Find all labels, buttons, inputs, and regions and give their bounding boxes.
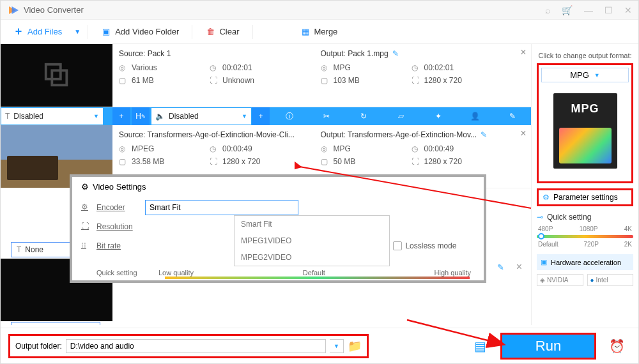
subtitle-settings-button[interactable]: H✎ xyxy=(132,107,150,125)
format-icon: ◎ xyxy=(321,63,330,72)
output-folder-dropdown[interactable]: ▼ xyxy=(330,339,344,353)
encoder-input[interactable] xyxy=(145,200,298,215)
cut-tool[interactable]: ✂ xyxy=(308,107,345,125)
format-icon: ◎ xyxy=(321,144,330,153)
encoder-option[interactable]: Smart Fit xyxy=(235,216,389,232)
subtitle-icon: T xyxy=(17,245,21,254)
quick-setting-slider[interactable] xyxy=(537,235,633,238)
remove-item-button[interactable]: × xyxy=(516,44,531,107)
plus-icon: + xyxy=(13,27,24,37)
add-subtitle-button[interactable]: + xyxy=(112,107,130,125)
sidebar: Click to change output format: MPG ▼ MPG… xyxy=(531,44,638,325)
add-files-dropdown[interactable]: ▼ xyxy=(71,25,81,38)
watermark-tool[interactable]: 👤 xyxy=(457,107,494,125)
dialog-title: ⚙ Video Settings xyxy=(81,182,475,192)
bitrate-label: Bit rate xyxy=(96,241,121,250)
subtitle-select[interactable]: T Disabled ▼ xyxy=(1,107,104,125)
nvidia-icon: ◈ xyxy=(540,277,545,284)
out-duration: 00:02:01 xyxy=(424,63,454,72)
add-files-button[interactable]: + Add Files xyxy=(7,24,68,40)
intel-chip[interactable]: ●Intel xyxy=(587,274,634,286)
minimize-icon[interactable]: — xyxy=(584,5,593,15)
edit-tool[interactable]: ✎ xyxy=(494,107,531,125)
add-files-label: Add Files xyxy=(27,27,62,36)
out-format: MPG xyxy=(334,63,351,72)
dimensions-icon: ⛶ xyxy=(210,157,219,166)
folder-icon: ▢ xyxy=(321,157,330,166)
clock-icon: ◷ xyxy=(210,63,219,72)
quality-slider[interactable] xyxy=(165,277,470,279)
schedule-icon[interactable]: ⏰ xyxy=(603,335,631,358)
chevron-down-icon: ▼ xyxy=(242,113,247,119)
format-preview[interactable]: MPG xyxy=(541,82,629,179)
encoder-option[interactable]: MPEG1VIDEO xyxy=(235,232,389,249)
hardware-acceleration-button[interactable]: ▣ Hardware acceleration xyxy=(537,254,633,270)
dimensions-icon: ⛶ xyxy=(412,76,420,85)
src-format: MPEG xyxy=(132,144,154,153)
edit-output-icon[interactable]: ✎ xyxy=(481,130,487,139)
maximize-icon[interactable]: ☐ xyxy=(604,5,613,15)
src-duration: 00:02:01 xyxy=(222,63,252,72)
audio-value: Disabled xyxy=(169,112,199,121)
output-folder-input[interactable]: D:\video and audio xyxy=(66,339,326,353)
out-size: 50 MB xyxy=(334,157,356,166)
remove-item-button[interactable]: × xyxy=(516,261,522,273)
stack-icon xyxy=(42,61,72,90)
audio-select[interactable]: 🔈 Disabled ▼ xyxy=(151,107,252,125)
out-format: MPG xyxy=(334,144,351,153)
out-resolution: 1280 x 720 xyxy=(424,157,462,166)
encoder-option[interactable]: MPEG2VIDEO xyxy=(235,249,389,266)
cart-icon[interactable]: 🛒 xyxy=(562,5,573,15)
out-size: 103 MB xyxy=(334,76,360,85)
thumbnail[interactable] xyxy=(1,44,112,107)
file-item: Source: Pack 1 ◎Various ◷00:02:01 ▢61 MB… xyxy=(1,44,531,107)
clear-label: Clear xyxy=(219,27,239,36)
chevron-down-icon: ▼ xyxy=(594,72,600,79)
quick-setting-label: Quick setting xyxy=(547,213,591,222)
subtitle-none-badge[interactable]: T None xyxy=(11,322,100,325)
edit-output-icon[interactable]: ✎ xyxy=(497,262,504,272)
gear-film-icon: ⚙ xyxy=(81,182,89,192)
format-icon: ◎ xyxy=(119,63,128,72)
playlist-icon[interactable]: ▤ xyxy=(466,335,494,358)
lossless-checkbox[interactable]: Lossless mode xyxy=(393,241,456,250)
quick-setting-panel: ⊸Quick setting 480P1080P4K Default720P2K xyxy=(537,213,633,248)
run-button[interactable]: Run xyxy=(500,333,596,360)
parameter-settings-button[interactable]: ⚙ Parameter settings xyxy=(537,188,633,206)
output-folder-box: Output folder: D:\video and audio ▼ 📁 xyxy=(8,334,369,358)
close-window-icon[interactable]: ✕ xyxy=(624,5,632,15)
effects-tool[interactable]: ✦ xyxy=(420,107,457,125)
video-settings-dialog: ⚙ Video Settings ⚙Encoder ⛶Resolution ✎C… xyxy=(70,174,486,283)
browse-folder-icon[interactable]: 📁 xyxy=(348,339,362,353)
add-video-folder-button[interactable]: ▣ Add Video Folder xyxy=(95,24,185,40)
sliders-icon: ⚙ xyxy=(543,193,550,202)
format-label: MPG xyxy=(570,70,589,80)
out-duration: 00:00:49 xyxy=(424,144,454,153)
info-tool[interactable]: ⓘ xyxy=(271,107,308,125)
output-folder-label: Output folder: xyxy=(15,342,62,351)
src-size: 33.58 MB xyxy=(132,157,164,166)
film-format-label: MPG xyxy=(571,102,599,116)
crop-tool[interactable]: ▱ xyxy=(382,107,419,125)
add-audio-button[interactable]: + xyxy=(252,107,270,125)
remove-item-button[interactable]: × xyxy=(516,125,531,188)
folder-icon: ▢ xyxy=(119,157,128,166)
output-format-box: MPG ▼ MPG xyxy=(537,63,633,183)
clear-button[interactable]: 🗑 Clear xyxy=(199,24,245,40)
rotate-tool[interactable]: ↻ xyxy=(345,107,382,125)
format-select[interactable]: MPG ▼ xyxy=(541,68,629,82)
nvidia-chip[interactable]: ◈NVIDIA xyxy=(537,274,583,286)
folder-icon: ▢ xyxy=(321,76,330,85)
subtitle-icon: T xyxy=(5,112,10,121)
merge-icon: ▦ xyxy=(300,27,311,37)
merge-button[interactable]: ▦ Merge xyxy=(294,24,344,40)
src-resolution: Unknown xyxy=(222,76,254,85)
source-label: Source: Transformers-Age-of-Extinction-M… xyxy=(119,129,308,140)
clock-icon: ◷ xyxy=(412,144,420,153)
resolution-label: Resolution xyxy=(96,222,133,231)
slider-handle[interactable] xyxy=(538,233,544,239)
search-icon[interactable]: ⌕ xyxy=(545,5,550,15)
edit-output-icon[interactable]: ✎ xyxy=(392,49,399,58)
quick-setting-label: Quick setting xyxy=(96,269,137,277)
none-label: None xyxy=(25,245,43,254)
